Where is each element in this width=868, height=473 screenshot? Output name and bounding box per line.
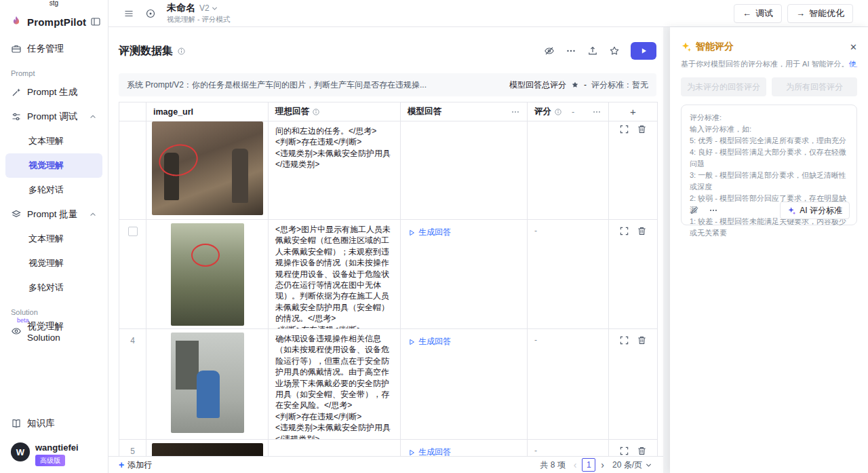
expand-row-icon[interactable] bbox=[619, 226, 629, 328]
generate-answer-link[interactable]: 生成回答 bbox=[408, 227, 451, 238]
app-root: stg PromptPilot 任务管理 Prompt Prompt 生成 bbox=[0, 0, 868, 473]
export-icon[interactable] bbox=[587, 45, 598, 56]
version-label: V2 bbox=[199, 3, 210, 13]
chevron-up-icon[interactable] bbox=[89, 210, 97, 219]
generate-answer-link[interactable]: 生成回答 bbox=[408, 336, 451, 347]
sidebar-item-label: 知识库 bbox=[27, 417, 55, 430]
criteria-line: 1: 较差 - 模型回答未能满足关键要求，内容极少或无关紧要 bbox=[690, 216, 848, 239]
table-body: 间的和左边的任务。</思考> <判断>存在违规</判断> <违规类别>未佩戴安全… bbox=[119, 121, 657, 459]
row-checkbox[interactable] bbox=[128, 227, 138, 236]
sidebar-item-batch-vision[interactable]: 视觉理解 bbox=[5, 251, 102, 276]
score-filter[interactable]: - bbox=[572, 107, 574, 117]
page-size-select[interactable]: 20 条/页 bbox=[612, 459, 652, 471]
delete-row-icon[interactable] bbox=[637, 124, 647, 219]
criteria-title: 评分标准: bbox=[690, 112, 848, 124]
image-cell[interactable] bbox=[146, 121, 269, 219]
score-cell[interactable] bbox=[528, 121, 609, 219]
next-page-icon[interactable]: › bbox=[601, 459, 604, 470]
edit-pencil-icon[interactable] bbox=[690, 206, 699, 215]
column-header-ideal-answer[interactable]: 理想回答 bbox=[269, 102, 401, 121]
doc-title[interactable]: 未命名 bbox=[167, 2, 195, 14]
play-outline-icon bbox=[408, 229, 416, 237]
sidebar-item-debug-multiturn[interactable]: 多轮对话 bbox=[5, 178, 102, 202]
info-icon bbox=[554, 108, 562, 116]
score-all-button[interactable]: 为所有回答评分 bbox=[772, 77, 857, 96]
info-icon[interactable] bbox=[177, 47, 186, 56]
column-menu-icon[interactable] bbox=[511, 107, 520, 117]
user-account[interactable]: W wangtiefei 高级版 bbox=[5, 436, 102, 473]
collapse-sidebar-icon[interactable] bbox=[90, 16, 101, 27]
sidebar-item-prompt-debug[interactable]: Prompt 调试 bbox=[5, 105, 102, 129]
ai-criteria-button[interactable]: AI 评分标准 bbox=[780, 202, 850, 219]
plus-icon: + bbox=[119, 459, 124, 470]
hide-columns-icon[interactable] bbox=[544, 45, 555, 56]
prev-page-icon[interactable]: ‹ bbox=[574, 459, 577, 470]
criteria-footer: AI 评分标准 bbox=[690, 202, 850, 219]
row-select-cell[interactable] bbox=[119, 121, 146, 219]
sidebar-item-batch-multiturn[interactable]: 多轮对话 bbox=[5, 276, 102, 300]
plan-badge: 高级版 bbox=[35, 455, 65, 466]
sidebar-item-batch-text[interactable]: 文本理解 bbox=[5, 227, 102, 251]
smart-optimize-button[interactable]: → 智能优化 bbox=[787, 4, 853, 23]
sidebar-item-debug-vision[interactable]: 视觉理解 bbox=[5, 153, 102, 178]
sidebar-item-label: 视觉理解 bbox=[28, 159, 64, 172]
sidebar-item-task-management[interactable]: 任务管理 bbox=[5, 37, 102, 61]
dataset-image[interactable] bbox=[171, 333, 244, 433]
menu-icon[interactable] bbox=[121, 5, 137, 22]
sidebar-item-label: 多轮对话 bbox=[28, 184, 64, 196]
column-header-score[interactable]: 评分 - bbox=[528, 102, 609, 121]
ideal-answer-cell[interactable]: <思考>图片中显示有施工人员未佩戴安全帽（红色圈注区域的工人未佩戴安全帽）；未观… bbox=[269, 220, 401, 328]
sidebar-item-prompt-generate[interactable]: Prompt 生成 bbox=[5, 80, 102, 105]
image-cell[interactable] bbox=[146, 329, 269, 439]
score-unscored-button[interactable]: 为未评分的回答评分 bbox=[681, 77, 766, 96]
ideal-answer-cell[interactable]: 确体现设备违规操作相关信息（如未按规程使用设备、设备危险运行等），但重点在于安全… bbox=[269, 329, 401, 439]
total-score-label: 模型回答总评分 bbox=[509, 79, 566, 91]
model-answer-cell[interactable]: 生成回答 bbox=[401, 329, 528, 439]
model-answer-cell[interactable]: 生成回答 bbox=[401, 220, 528, 328]
dataset-header: 评测数据集 bbox=[108, 27, 663, 68]
delete-row-icon[interactable] bbox=[637, 335, 647, 439]
run-button[interactable] bbox=[631, 42, 656, 60]
chevron-down-icon bbox=[645, 461, 652, 469]
target-icon[interactable] bbox=[142, 5, 159, 22]
column-header-model-answer[interactable]: 模型回答 bbox=[401, 102, 528, 121]
column-header-image-url[interactable]: image_url bbox=[146, 102, 269, 121]
generate-answer-label: 生成回答 bbox=[418, 336, 451, 347]
more-options-icon[interactable] bbox=[709, 206, 718, 215]
avatar[interactable]: W bbox=[11, 442, 30, 461]
column-menu-icon[interactable] bbox=[592, 107, 601, 117]
add-row-button[interactable]: + 添加行 bbox=[119, 459, 152, 471]
sidebar-item-prompt-batch[interactable]: Prompt 批量 bbox=[5, 202, 102, 227]
column-label: 模型回答 bbox=[408, 106, 441, 117]
add-column-header[interactable]: + bbox=[609, 102, 657, 121]
expand-row-icon[interactable] bbox=[619, 124, 629, 219]
expand-row-icon[interactable] bbox=[619, 335, 629, 439]
manual-link[interactable]: 使用手册 bbox=[849, 60, 857, 68]
image-cell[interactable] bbox=[146, 220, 269, 328]
table-row: <思考>图片中显示有施工人员未佩戴安全帽（红色圈注区域的工人未佩戴安全帽）；未观… bbox=[119, 220, 657, 329]
criteria-status: 评分标准：暂无 bbox=[591, 79, 648, 91]
ai-criteria-label: AI 评分标准 bbox=[800, 205, 842, 216]
criteria-textarea[interactable]: 评分标准: 输入评分标准，如: 5: 优秀 - 模型回答完全满足所有要求，理由充… bbox=[681, 105, 857, 225]
current-page[interactable]: 1 bbox=[582, 458, 595, 472]
sidebar-item-vision-solution[interactable]: beta 视觉理解 Solution bbox=[5, 319, 102, 343]
model-answer-cell[interactable] bbox=[401, 121, 528, 219]
dataset-image[interactable] bbox=[171, 223, 244, 326]
favorite-star-icon[interactable] bbox=[609, 45, 620, 56]
version-selector[interactable]: V2 bbox=[199, 3, 218, 13]
delete-row-icon[interactable] bbox=[637, 226, 647, 328]
sidebar-item-knowledge-base[interactable]: 知识库 bbox=[5, 411, 102, 436]
ideal-answer-cell[interactable]: 间的和左边的任务。</思考> <判断>存在违规</判断> <违规类别>未佩戴安全… bbox=[269, 121, 401, 219]
chevron-up-icon[interactable] bbox=[89, 113, 97, 121]
score-cell[interactable]: - bbox=[528, 220, 609, 328]
sidebar-item-debug-text[interactable]: 文本理解 bbox=[5, 129, 102, 153]
close-icon[interactable]: ✕ bbox=[850, 42, 857, 52]
ai-sparkle-icon bbox=[787, 206, 796, 215]
more-actions-icon[interactable] bbox=[566, 45, 576, 56]
row-number-label: 4 bbox=[130, 336, 135, 439]
dataset-image[interactable] bbox=[152, 121, 263, 215]
debug-button[interactable]: ← 调试 bbox=[734, 4, 782, 23]
brand-name: PromptPilot bbox=[27, 16, 86, 28]
score-cell[interactable]: - bbox=[528, 329, 609, 439]
system-prompt-bar[interactable]: 系统 Prompt/V2：你的任务是根据生产车间的图片，判断生产车间是否存在违规… bbox=[119, 73, 656, 96]
